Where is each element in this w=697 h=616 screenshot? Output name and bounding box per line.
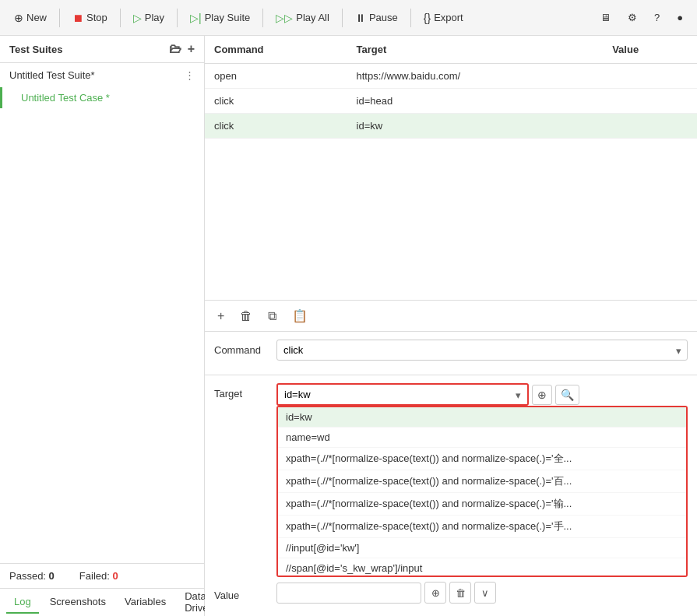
settings-button[interactable]: ⚙: [620, 8, 645, 27]
target-value-section: Target id=kw ⊕ 🔍 id=kwname=wdxpath=(.//*: [205, 375, 697, 616]
toolbar: ⊕ New ⏹ Stop ▷ Play ▷| Play Suite ▷▷ Pla…: [0, 0, 697, 36]
log-tab-screenshots[interactable]: Screenshots: [42, 591, 114, 614]
cell-target: id=head: [347, 89, 604, 114]
suggestion-item[interactable]: xpath=(.//*[normalize-space(text()) and …: [278, 470, 686, 493]
export-button[interactable]: {} Export: [416, 8, 471, 28]
sidebar-header-icons: 🗁 +: [169, 42, 195, 56]
value-row: ⊕ 🗑 ∨: [276, 582, 496, 604]
separator4: [262, 9, 263, 27]
main-layout: Test Suites 🗁 + Untitled Test Suite* ⋮ U…: [0, 36, 697, 616]
suite-name: Untitled Test Suite*: [9, 69, 95, 81]
passed-status: Passed: 0: [9, 570, 55, 582]
col-value: Value: [603, 36, 697, 64]
col-command: Command: [205, 36, 347, 64]
command-form-label: Command: [214, 344, 276, 356]
suggestion-list: id=kwname=wdxpath=(.//*[normalize-space(…: [276, 406, 688, 577]
form-area: Command click open: [205, 332, 697, 375]
table-header-row: Command Target Value: [205, 36, 697, 64]
pause-label: Pause: [369, 12, 398, 23]
screenshot-button[interactable]: 🖥: [593, 8, 618, 27]
passed-value: 0: [49, 570, 55, 582]
sidebar: Test Suites 🗁 + Untitled Test Suite* ⋮ U…: [0, 36, 205, 616]
new-button[interactable]: ⊕ New: [6, 8, 55, 28]
separator5: [342, 9, 343, 27]
value-input[interactable]: [276, 583, 421, 604]
play-all-label: Play All: [296, 12, 329, 23]
suggestion-item[interactable]: id=kw: [278, 407, 686, 428]
sidebar-bottom: Passed: 0 Failed: 0 LogScreenshotsVariab…: [0, 563, 204, 616]
play-button[interactable]: ▷ Play: [125, 8, 172, 28]
failed-label: Failed:: [79, 570, 110, 582]
copy-command-button[interactable]: ⧉: [265, 308, 280, 325]
paste-command-button[interactable]: 📋: [289, 307, 311, 325]
log-tab-variables[interactable]: Variables: [117, 591, 174, 614]
table-row[interactable]: clickid=kw: [205, 114, 697, 139]
target-form-row: Target id=kw ⊕ 🔍 id=kwname=wdxpath=(.//*: [214, 383, 688, 577]
play-suite-icon: ▷|: [190, 12, 202, 24]
cell-value: [603, 114, 697, 139]
target-search-button[interactable]: 🔍: [555, 385, 579, 405]
cell-target: https://www.baidu.com/: [347, 64, 604, 89]
export-label: Export: [434, 12, 463, 23]
command-form-row: Command click open: [214, 340, 688, 361]
pause-button[interactable]: ⏸ Pause: [347, 8, 406, 28]
suggestion-item[interactable]: xpath=(.//*[normalize-space(text()) and …: [278, 493, 686, 516]
command-select[interactable]: click open: [276, 340, 688, 361]
col-target: Target: [347, 36, 604, 64]
play-icon: ▷: [133, 12, 142, 24]
github-icon: ●: [677, 12, 683, 23]
cell-value: [603, 89, 697, 114]
log-tabs: LogScreenshotsVariablesData Driven: [0, 588, 204, 616]
suggestion-item[interactable]: name=wd: [278, 428, 686, 448]
cell-command: click: [205, 114, 347, 139]
play-all-button[interactable]: ▷▷ Play All: [268, 8, 337, 28]
gear-icon: ⚙: [628, 12, 637, 23]
help-icon: ?: [654, 12, 660, 23]
help-button[interactable]: ?: [646, 8, 667, 27]
suite-row[interactable]: Untitled Test Suite* ⋮: [0, 63, 204, 87]
table-row[interactable]: clickid=head: [205, 89, 697, 114]
separator2: [120, 9, 121, 27]
separator3: [177, 9, 178, 27]
screenshot-icon: 🖥: [600, 12, 611, 23]
suggestion-item[interactable]: //input[@id='kw']: [278, 538, 686, 558]
cell-target: id=kw: [347, 114, 604, 139]
value-btn1[interactable]: ⊕: [424, 582, 446, 604]
suggestion-item[interactable]: xpath=(.//*[normalize-space(text()) and …: [278, 448, 686, 470]
value-btn3[interactable]: ∨: [474, 582, 496, 604]
plus-circle-icon: ⊕: [14, 12, 23, 24]
cell-command: click: [205, 89, 347, 114]
target-content: id=kw ⊕ 🔍 id=kwname=wdxpath=(.//*[normal…: [276, 383, 688, 577]
sidebar-header: Test Suites 🗁 +: [0, 36, 204, 63]
suggestion-item[interactable]: //span[@id='s_kw_wrap']/input: [278, 558, 686, 577]
testcase-row[interactable]: Untitled Test Case *: [0, 87, 204, 108]
log-tab-log[interactable]: Log: [6, 591, 39, 614]
target-form-label: Target: [214, 383, 276, 400]
export-icon: {}: [424, 12, 431, 24]
command-select-wrap: click open: [276, 340, 688, 361]
new-label: New: [26, 12, 47, 23]
passed-label: Passed:: [9, 570, 46, 582]
target-locate-button[interactable]: ⊕: [532, 385, 552, 405]
target-select[interactable]: id=kw: [278, 385, 527, 404]
delete-command-button[interactable]: 🗑: [237, 308, 255, 325]
command-table: Command Target Value openhttps://www.bai…: [205, 36, 697, 301]
new-folder-icon[interactable]: 🗁: [169, 42, 181, 56]
add-command-button[interactable]: +: [214, 308, 227, 325]
commands-table-element: Command Target Value openhttps://www.bai…: [205, 36, 697, 139]
github-button[interactable]: ●: [669, 8, 691, 27]
more-icon[interactable]: ⋮: [185, 69, 195, 81]
test-suites-title: Test Suites: [9, 44, 62, 55]
table-row[interactable]: openhttps://www.baidu.com/: [205, 64, 697, 89]
suggestion-item[interactable]: xpath=(.//*[normalize-space(text()) and …: [278, 516, 686, 538]
testcase-name: Untitled Test Case *: [21, 92, 110, 104]
pause-icon: ⏸: [355, 12, 366, 24]
target-select-box: id=kw: [276, 383, 529, 406]
failed-status: Failed: 0: [79, 570, 118, 582]
play-suite-button[interactable]: ▷| Play Suite: [182, 8, 258, 28]
value-btn2[interactable]: 🗑: [449, 582, 471, 604]
failed-value: 0: [113, 570, 118, 582]
add-suite-icon[interactable]: +: [188, 42, 195, 56]
stop-button[interactable]: ⏹ Stop: [65, 8, 115, 28]
separator: [59, 9, 60, 27]
